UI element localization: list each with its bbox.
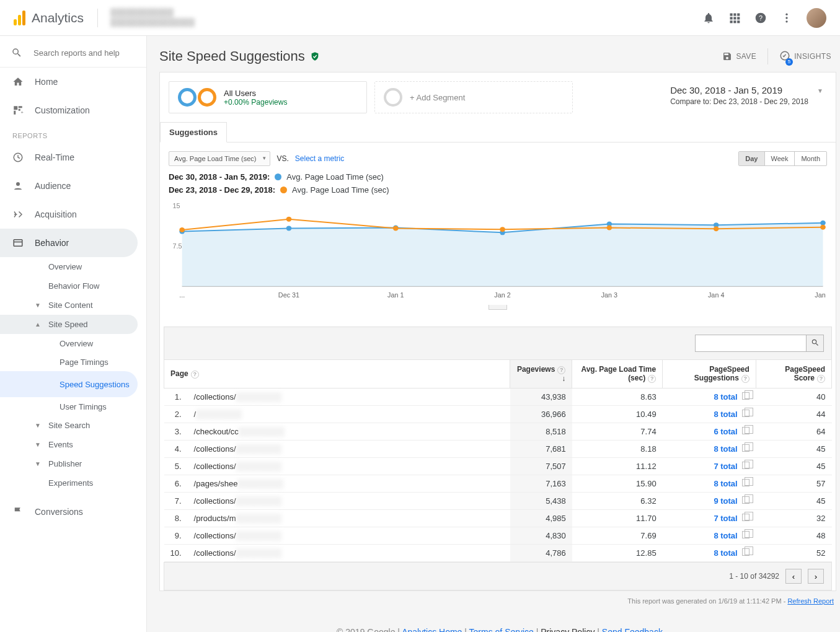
select-metric-link[interactable]: Select a metric — [295, 154, 344, 163]
footer-tos[interactable]: Terms of Service — [469, 627, 534, 632]
nav-audience[interactable]: Audience — [0, 172, 146, 200]
sub-publisher[interactable]: ▼Publisher — [0, 454, 146, 473]
granularity-toggle: Day Week Month — [738, 151, 827, 166]
date-range: Dec 30, 2018 - Jan 5, 2019 — [670, 85, 808, 95]
sub-site-search[interactable]: ▼Site Search — [0, 416, 146, 435]
sub-overview[interactable]: Overview — [0, 257, 146, 276]
table-search-input[interactable] — [695, 335, 807, 352]
pager-label: 1 - 10 of 34292 — [729, 572, 779, 581]
refresh-report-link[interactable]: Refresh Report — [787, 597, 834, 605]
suggestion-link[interactable]: 8 total — [714, 410, 737, 419]
suggestion-link[interactable]: 6 total — [714, 427, 737, 436]
popout-icon[interactable] — [742, 479, 749, 486]
sub-experiments[interactable]: Experiments — [0, 473, 146, 493]
svg-text:Jan 3: Jan 3 — [601, 292, 618, 299]
chevron-right-icon: ▼ — [35, 302, 41, 309]
search-input[interactable] — [33, 48, 135, 58]
popout-icon[interactable] — [742, 548, 749, 556]
footer-analytics-home[interactable]: Analytics Home — [402, 627, 462, 632]
date-range-picker[interactable]: Dec 30, 2018 - Jan 5, 2019 Compare to: D… — [670, 81, 827, 113]
nav-customization[interactable]: + Customization — [0, 96, 146, 125]
tab-suggestions[interactable]: Suggestions — [160, 122, 227, 143]
search-icon[interactable] — [11, 47, 22, 58]
chevron-right-icon: ▼ — [35, 460, 41, 467]
nav-realtime[interactable]: Real-Time — [0, 143, 146, 172]
table-row: 9./collections/████████4,8307.698 total … — [164, 527, 832, 545]
popout-icon[interactable] — [742, 427, 749, 434]
ss-speed-suggestions[interactable]: Speed Suggestions — [0, 371, 138, 397]
page-cell[interactable]: /collections/████████ — [188, 441, 510, 458]
nav-acquisition[interactable]: Acquisition — [0, 200, 146, 229]
page-cell[interactable]: /collections/████████ — [188, 527, 510, 545]
popout-icon[interactable] — [742, 496, 749, 504]
page-cell[interactable]: /checkout/cc████████ — [188, 423, 510, 441]
popout-icon[interactable] — [742, 410, 749, 417]
col-pageviews[interactable]: Pageviews? ↓ — [510, 360, 572, 388]
sub-site-speed[interactable]: ▲Site Speed — [0, 315, 138, 334]
page-cell[interactable]: /collections/████████ — [188, 545, 510, 562]
col-suggestions[interactable]: PageSpeed Suggestions? — [663, 360, 756, 388]
popout-icon[interactable] — [742, 444, 749, 452]
notifications-icon[interactable] — [702, 12, 715, 24]
suggestion-link[interactable]: 8 total — [714, 444, 737, 454]
svg-rect-1 — [733, 13, 736, 15]
sub-events[interactable]: ▼Events — [0, 435, 146, 454]
save-button[interactable]: SAVE — [722, 51, 756, 61]
page-cell[interactable]: /products/m████████ — [188, 510, 510, 527]
svg-point-36 — [393, 226, 399, 230]
col-score[interactable]: PageSpeed Score? — [756, 360, 831, 388]
avatar[interactable] — [807, 8, 826, 28]
footer-privacy[interactable]: Privacy Policy — [541, 627, 595, 632]
page-cell[interactable]: /████████ — [188, 406, 510, 423]
insights-button[interactable]: 5 INSIGHTS — [779, 50, 831, 63]
ss-user-timings[interactable]: User Timings — [0, 397, 146, 416]
segment-all-users[interactable]: All Users +0.00% Pageviews — [169, 81, 367, 113]
svg-text:Jan 1: Jan 1 — [387, 292, 404, 299]
pager-prev-button[interactable]: ‹ — [785, 569, 802, 584]
svg-text:Jan 4: Jan 4 — [708, 292, 725, 299]
apps-grid-icon[interactable] — [728, 12, 741, 24]
suggestion-link[interactable]: 7 total — [714, 462, 737, 471]
svg-point-28 — [286, 226, 292, 230]
suggestion-link[interactable]: 9 total — [714, 496, 737, 506]
add-segment-button[interactable]: + Add Segment — [374, 81, 573, 113]
popout-icon[interactable] — [742, 514, 749, 521]
gran-month[interactable]: Month — [794, 152, 826, 165]
ss-overview[interactable]: Overview — [0, 334, 146, 353]
account-selector[interactable]: ████████████ ████████████████ — [110, 8, 195, 27]
sub-behavior-flow[interactable]: Behavior Flow — [0, 276, 146, 296]
nav-home[interactable]: Home — [0, 68, 146, 96]
primary-metric-dropdown[interactable]: Avg. Page Load Time (sec) — [169, 151, 270, 166]
more-vert-icon[interactable] — [780, 12, 793, 24]
nav-behavior[interactable]: Behavior — [0, 229, 138, 257]
popout-icon[interactable] — [742, 531, 749, 538]
popout-icon[interactable] — [742, 392, 749, 400]
svg-text:Jan 5: Jan 5 — [815, 292, 827, 299]
suggestion-link[interactable]: 8 total — [714, 548, 737, 558]
suggestion-link[interactable]: 8 total — [714, 531, 737, 540]
sub-site-content[interactable]: ▼Site Content — [0, 296, 146, 315]
suggestion-link[interactable]: 8 total — [714, 479, 737, 488]
svg-rect-21 — [14, 240, 22, 247]
suggestion-link[interactable]: 8 total — [714, 392, 737, 402]
page-cell[interactable]: /collections/████████ — [188, 388, 510, 406]
chart-resize-handle[interactable] — [160, 302, 836, 312]
page-cell[interactable]: /pages/shee████████ — [188, 475, 510, 493]
gran-day[interactable]: Day — [739, 152, 764, 165]
nav-conversions[interactable]: Conversions — [0, 498, 146, 526]
page-cell[interactable]: /collections/████████ — [188, 493, 510, 510]
page-cell[interactable]: /collections/████████ — [188, 458, 510, 475]
footer-feedback[interactable]: Send Feedback — [602, 627, 663, 632]
col-load-time[interactable]: Avg. Page Load Time (sec)? — [572, 360, 663, 388]
pager-next-button[interactable]: › — [808, 569, 824, 584]
svg-point-40 — [820, 225, 826, 230]
help-icon[interactable]: ? — [754, 12, 767, 24]
ss-page-timings[interactable]: Page Timings — [0, 353, 146, 371]
gran-week[interactable]: Week — [764, 152, 795, 165]
acquisition-icon — [12, 209, 24, 220]
col-page[interactable]: Page? — [164, 360, 510, 388]
suggestion-link[interactable]: 7 total — [714, 514, 737, 523]
popout-icon[interactable] — [742, 462, 749, 469]
table-search-button[interactable] — [807, 335, 824, 352]
svg-point-39 — [714, 226, 719, 231]
